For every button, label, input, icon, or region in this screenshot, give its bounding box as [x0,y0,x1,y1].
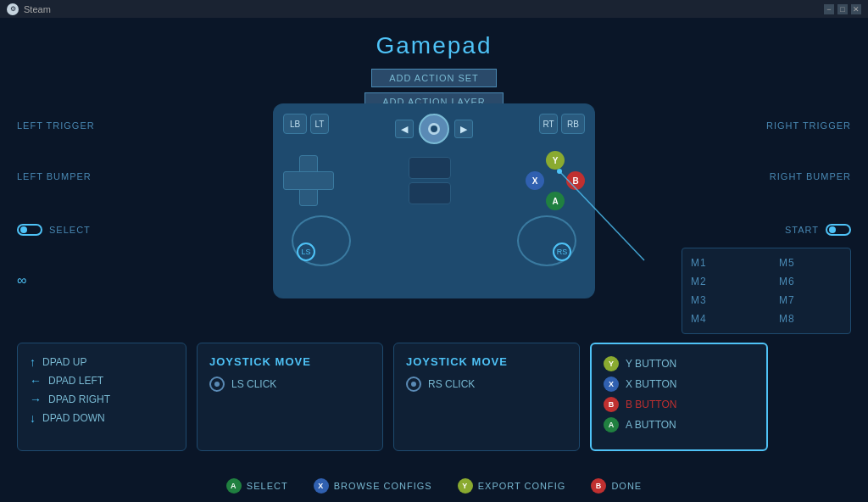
rs-card[interactable]: JOYSTICK MOVE RS CLICK [393,343,580,451]
menu-btn-bottom[interactable] [409,182,451,204]
dpad-right-label: DPAD RIGHT [48,393,110,405]
arrow-up-icon: ↑ [30,355,36,369]
b-button-icon: B [604,397,619,412]
header: Gamepad ADD ACTION SET ADD ACTION LAYER [17,19,851,114]
macro-m8[interactable]: M8 [779,313,842,325]
dpad-up-item: ↑ DPAD UP [30,355,174,369]
controller-middle: Y X B A [283,151,585,210]
export-key-icon: Y [458,478,473,494]
x-button-item: X X BUTTON [604,376,754,392]
menu-btn-top[interactable] [409,157,451,179]
bottom-bar: A SELECT X BROWSE CONFIGS Y EXPORT CONFI… [0,478,868,494]
macro-m2[interactable]: M2 [691,276,754,287]
ls-joystick-icon [209,376,225,392]
arrow-down-icon: ↓ [30,411,36,425]
rs-card-title: JOYSTICK MOVE [406,355,567,368]
macro-m4[interactable]: M4 [691,313,754,325]
left-bumper-label: LEFT BUMPER [17,171,95,181]
dpad-up-label: DPAD UP [42,356,86,368]
x-button[interactable]: X [526,171,544,190]
macro-m7[interactable]: M7 [779,294,842,306]
a-button-item: A A BUTTON [604,417,754,432]
dpad-right-item: → DPAD RIGHT [30,393,174,406]
right-bumpers: RT RB [539,114,585,134]
a-button-label: A BUTTON [626,419,676,431]
select-label: SELECT [17,224,95,236]
rs-label: RS [553,243,571,261]
page-title: Gamepad [17,32,851,59]
maximize-button[interactable]: □ [837,4,848,14]
steam-button[interactable] [419,114,449,144]
toggle-icon [17,224,42,236]
main-content: Gamepad ADD ACTION SET ADD ACTION LAYER … [0,19,868,502]
close-button[interactable]: ✕ [851,4,861,14]
a-button[interactable]: A [546,192,565,210]
rs-click-item: RS CLICK [406,376,567,392]
abxy-cluster: Y X B A [526,151,585,210]
controller-diagram: LB LT ◀ ▶ RT RB [273,103,595,298]
lt-button[interactable]: LT [310,114,329,134]
y-button-item: Y Y BUTTON [604,356,754,371]
left-trigger-label: LEFT TRIGGER [17,120,95,131]
controller-bottom: LS RS [283,215,585,266]
titlebar-controls[interactable]: − □ ✕ [824,4,861,14]
rs-joystick-icon [406,376,421,392]
ls-label: LS [297,243,315,261]
macro-m5[interactable]: M5 [779,257,842,269]
ls-card[interactable]: JOYSTICK MOVE LS CLICK [197,343,383,451]
steam-logo-icon: ⚙ [7,3,19,15]
rs-click-label: RS CLICK [428,378,475,390]
select-bottom-btn[interactable]: A SELECT [226,478,288,494]
rb-button[interactable]: RB [561,114,585,134]
lb-button[interactable]: LB [283,114,307,134]
dpad-card[interactable]: ↑ DPAD UP ← DPAD LEFT → DPAD RIGHT ↓ DPA… [17,343,186,451]
browse-configs-btn[interactable]: X BROWSE CONFIGS [314,478,432,494]
center-buttons [409,157,451,204]
minimize-button[interactable]: − [824,4,834,14]
action-cards: ↑ DPAD UP ← DPAD LEFT → DPAD RIGHT ↓ DPA… [17,343,851,451]
macro-m1[interactable]: M1 [691,257,754,269]
macro-m3[interactable]: M3 [691,294,754,306]
done-btn[interactable]: B DONE [591,478,642,494]
export-config-btn[interactable]: Y EXPORT CONFIG [458,478,566,494]
select-key-icon: A [226,478,242,494]
right-trigger-label: RIGHT TRIGGER [766,120,851,131]
nav-right-button[interactable]: ▶ [454,120,473,138]
svg-point-1 [431,126,437,132]
select-bottom-label: SELECT [247,481,288,491]
dpad[interactable] [283,155,334,206]
rt-button[interactable]: RT [539,114,558,134]
macro-area: M1 M5 M2 M6 M3 M7 M4 M8 [682,248,851,334]
select-text: SELECT [49,225,91,235]
b-button[interactable]: B [566,171,585,190]
title-bar: ⚙ Steam − □ ✕ [0,0,868,19]
dpad-left-label: DPAD LEFT [48,375,103,387]
y-button[interactable]: Y [546,151,565,170]
b-button-label: B BUTTON [626,399,676,410]
start-toggle-icon [826,224,851,236]
nav-left-button[interactable]: ◀ [395,120,414,138]
done-label: DONE [611,481,642,491]
dpad-horizontal [283,171,334,190]
ls-card-title: JOYSTICK MOVE [209,355,370,368]
macro-m6[interactable]: M6 [779,276,842,287]
steam-icon [427,122,441,136]
right-bumper-label: RIGHT BUMPER [766,171,851,181]
ls-click-label: LS CLICK [231,378,276,390]
a-button-icon: A [604,417,619,432]
left-touchpad[interactable]: LS [292,215,351,266]
abxy-card[interactable]: Y Y BUTTON X X BUTTON B B BUTTON A A BUT… [590,343,768,451]
right-touchpad[interactable]: RS [517,215,576,266]
dpad-down-label: DPAD DOWN [42,412,105,424]
add-action-set-button[interactable]: ADD ACTION SET [371,69,497,87]
x-button-icon: X [604,376,619,392]
start-label: START [766,224,851,236]
dpad-down-item: ↓ DPAD DOWN [30,411,174,425]
always-on-label: ∞ [17,273,95,288]
y-button-icon: Y [604,356,619,371]
left-bumpers: LB LT [283,114,329,134]
arrow-left-icon: ← [30,374,42,388]
ls-click-item: LS CLICK [209,376,370,392]
browse-key-icon: X [314,478,329,494]
controller-center-top: ◀ ▶ [395,114,473,144]
